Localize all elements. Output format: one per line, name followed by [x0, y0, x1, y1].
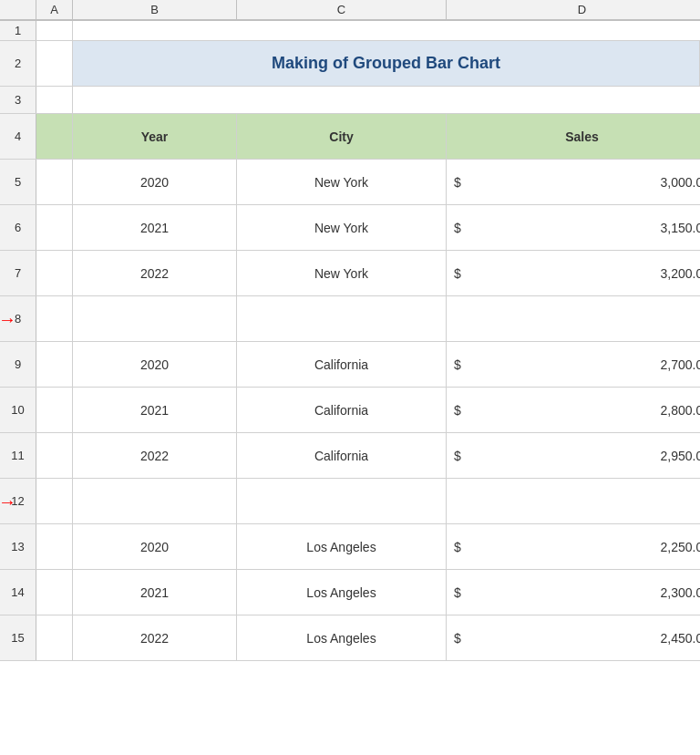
- sales-cell: $ 2,700.00: [447, 342, 700, 387]
- col-header-c: C: [237, 0, 447, 20]
- cell: [36, 479, 73, 523]
- city-cell: Los Angeles: [237, 570, 447, 615]
- year-cell: 2021: [73, 205, 237, 250]
- cell: [36, 524, 73, 569]
- row-number: 13: [0, 524, 36, 569]
- year-cell: 2020: [73, 524, 237, 569]
- table-row: 5 2020 New York $ 3,000.00: [0, 160, 700, 205]
- cell: [237, 479, 447, 523]
- city-cell: California: [237, 388, 447, 432]
- row-number: 10: [0, 388, 36, 432]
- city-cell: Los Angeles: [237, 524, 447, 569]
- sales-cell: $ 2,450.00: [447, 615, 700, 660]
- sales-cell: $ 2,950.00: [447, 433, 700, 478]
- sales-value: 3,000.00: [472, 175, 700, 190]
- cell: [36, 251, 73, 295]
- year-cell: 2021: [73, 570, 237, 615]
- city-cell: California: [237, 433, 447, 478]
- table-row: 15 2022 Los Angeles $ 2,450.00: [0, 615, 700, 661]
- table-row: 13 2020 Los Angeles $ 2,250.00: [0, 524, 700, 570]
- sales-value: 2,250.00: [472, 540, 700, 554]
- table-row: 7 2022 New York $ 3,200.00: [0, 251, 700, 296]
- sales-cell: $ 2,800.00: [447, 388, 700, 432]
- cell: [447, 479, 700, 523]
- sales-header: Sales: [447, 114, 700, 159]
- arrow-row8-icon: →: [0, 308, 16, 329]
- row-number: 1: [0, 21, 36, 40]
- city-cell: New York: [237, 251, 447, 295]
- dollar-sign: $: [454, 357, 472, 372]
- cell: [36, 41, 73, 86]
- col-header-a: A: [36, 0, 73, 20]
- cell: [36, 342, 73, 387]
- row-number: 11: [0, 433, 36, 478]
- sales-value: 2,700.00: [472, 357, 700, 372]
- sales-value: 2,450.00: [472, 631, 700, 646]
- arrow-row12-icon: →: [0, 491, 16, 512]
- dollar-sign: $: [454, 175, 472, 190]
- table-row: 10 2021 California $ 2,800.00: [0, 388, 700, 433]
- sales-value: 3,200.00: [472, 266, 700, 281]
- year-header: Year: [73, 114, 237, 159]
- row-number: 3: [0, 87, 36, 113]
- row-number: 6: [0, 205, 36, 250]
- sales-value: 2,300.00: [472, 585, 700, 600]
- sales-cell: $ 2,250.00: [447, 524, 700, 569]
- cell: [36, 615, 73, 660]
- table-row: 1: [0, 21, 700, 41]
- row-number: 9: [0, 342, 36, 387]
- sales-cell: $ 3,150.00: [447, 205, 700, 250]
- city-cell: New York: [237, 160, 447, 204]
- cell: [73, 479, 237, 523]
- cell: [447, 296, 700, 341]
- cell: [36, 160, 73, 204]
- dollar-sign: $: [454, 266, 472, 281]
- sales-cell: $ 3,000.00: [447, 160, 700, 204]
- cell: [36, 570, 73, 615]
- table-row: 4 Year City Sales: [0, 114, 700, 160]
- dollar-sign: $: [454, 631, 472, 646]
- col-header-d: D: [447, 0, 700, 20]
- row-number: 14: [0, 570, 36, 615]
- year-cell: 2020: [73, 160, 237, 204]
- row-number: 4: [0, 114, 36, 159]
- row-number: 5: [0, 160, 36, 204]
- table-row: 2 Making of Grouped Bar Chart: [0, 41, 700, 87]
- col-header-b: B: [73, 0, 237, 20]
- sales-value: 2,950.00: [472, 449, 700, 463]
- dollar-sign: $: [454, 449, 472, 463]
- row-number: 2: [0, 41, 36, 86]
- year-cell: 2020: [73, 342, 237, 387]
- table-row: 9 2020 California $ 2,700.00: [0, 342, 700, 388]
- cell: [36, 296, 73, 341]
- cell: [73, 21, 700, 40]
- row-number: 15: [0, 615, 36, 660]
- cell: [237, 296, 447, 341]
- dollar-sign: $: [454, 585, 472, 600]
- table-row: → 12: [0, 479, 700, 524]
- sales-cell: $ 3,200.00: [447, 251, 700, 295]
- row-number: 7: [0, 251, 36, 295]
- cell: [73, 87, 700, 113]
- table-row: 3: [0, 87, 700, 114]
- table-row: → 8: [0, 296, 700, 342]
- table-row: 11 2022 California $ 2,950.00: [0, 433, 700, 479]
- cell: [36, 388, 73, 432]
- city-cell: Los Angeles: [237, 615, 447, 660]
- cell: [36, 205, 73, 250]
- year-cell: 2022: [73, 433, 237, 478]
- spreadsheet-title: Making of Grouped Bar Chart: [73, 41, 700, 86]
- sales-cell: $ 2,300.00: [447, 570, 700, 615]
- cell: [73, 296, 237, 341]
- cell: [36, 21, 73, 40]
- column-headers: A B C D: [0, 0, 700, 21]
- dollar-sign: $: [454, 221, 472, 235]
- dollar-sign: $: [454, 403, 472, 418]
- year-cell: 2021: [73, 388, 237, 432]
- corner-cell: [0, 0, 36, 20]
- cell: [36, 87, 73, 113]
- cell: [36, 114, 73, 159]
- dollar-sign: $: [454, 540, 472, 554]
- year-cell: 2022: [73, 251, 237, 295]
- table-row: 14 2021 Los Angeles $ 2,300.00: [0, 570, 700, 615]
